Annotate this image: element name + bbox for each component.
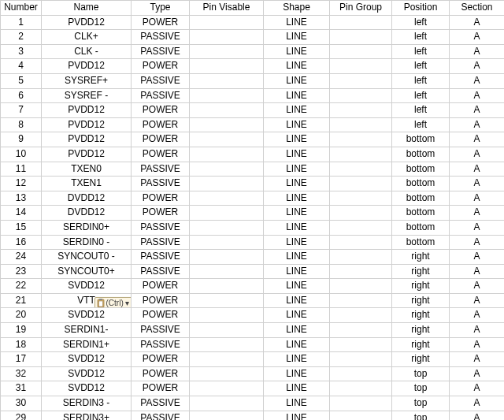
cell-pin-visible[interactable] (190, 337, 264, 352)
cell-shape[interactable]: LINE (264, 132, 330, 147)
cell-type[interactable]: PASSIVE (132, 250, 190, 265)
cell-pin-visible[interactable] (190, 73, 264, 88)
cell-number[interactable]: 1 (1, 15, 42, 30)
cell-number[interactable]: 17 (1, 352, 42, 367)
table-row[interactable]: 6SYSREF -PASSIVELINEleftA (1, 88, 505, 103)
cell-name[interactable]: PVDD12 (42, 117, 132, 132)
cell-position[interactable]: left (392, 88, 450, 103)
cell-pin-group[interactable] (330, 250, 392, 265)
cell-type[interactable]: POWER (132, 132, 190, 147)
cell-type[interactable]: PASSIVE (132, 88, 190, 103)
cell-number[interactable]: 10 (1, 147, 42, 162)
col-type[interactable]: Type (132, 1, 190, 16)
cell-pin-visible[interactable] (190, 59, 264, 74)
cell-number[interactable]: 5 (1, 73, 42, 88)
cell-section[interactable]: A (450, 411, 505, 420)
cell-type[interactable]: POWER (132, 366, 190, 381)
cell-name[interactable]: SERDIN3 - (42, 396, 132, 411)
table-row[interactable]: 12TXEN1PASSIVELINEbottomA (1, 177, 505, 191)
table-row[interactable]: 4PVDD12POWERLINEleftA (1, 59, 505, 74)
table-row[interactable]: 32SVDD12POWERLINEtopA (1, 366, 505, 381)
cell-name[interactable]: PVDD12 (42, 147, 132, 162)
cell-shape[interactable]: LINE (264, 73, 330, 88)
cell-position[interactable]: right (392, 293, 450, 308)
cell-shape[interactable]: LINE (264, 44, 330, 59)
cell-section[interactable]: A (450, 73, 505, 88)
table-row[interactable]: 18SERDIN1+PASSIVELINErightA (1, 337, 505, 352)
cell-type[interactable]: POWER (132, 293, 190, 308)
cell-number[interactable]: 16 (1, 235, 42, 250)
cell-pin-group[interactable] (330, 30, 392, 45)
table-row[interactable]: 29SERDIN3+PASSIVELINEtopA (1, 411, 505, 420)
cell-type[interactable]: POWER (132, 117, 190, 132)
cell-shape[interactable]: LINE (264, 59, 330, 74)
cell-shape[interactable]: LINE (264, 15, 330, 30)
cell-type[interactable]: PASSIVE (132, 235, 190, 250)
table-row[interactable]: 8PVDD12POWERLINEleftA (1, 117, 505, 132)
cell-pin-visible[interactable] (190, 411, 264, 420)
cell-section[interactable]: A (450, 15, 505, 30)
cell-number[interactable]: 22 (1, 279, 42, 294)
cell-position[interactable]: left (392, 30, 450, 45)
cell-position[interactable]: right (392, 264, 450, 279)
cell-pin-group[interactable] (330, 396, 392, 411)
cell-pin-group[interactable] (330, 352, 392, 367)
cell-type[interactable]: POWER (132, 147, 190, 162)
cell-section[interactable]: A (450, 44, 505, 59)
cell-pin-group[interactable] (330, 264, 392, 279)
table-row[interactable]: 9PVDD12POWERLINEbottomA (1, 132, 505, 147)
cell-position[interactable]: right (392, 352, 450, 367)
table-row[interactable]: 21VTT(Ctrl) ▾POWERLINErightA (1, 293, 505, 308)
cell-pin-group[interactable] (330, 323, 392, 338)
cell-name[interactable]: SYSREF+ (42, 73, 132, 88)
cell-pin-visible[interactable] (190, 162, 264, 177)
cell-pin-group[interactable] (330, 411, 392, 420)
cell-pin-group[interactable] (330, 59, 392, 74)
cell-shape[interactable]: LINE (264, 264, 330, 279)
cell-section[interactable]: A (450, 323, 505, 338)
cell-position[interactable]: right (392, 337, 450, 352)
cell-section[interactable]: A (450, 59, 505, 74)
cell-number[interactable]: 23 (1, 264, 42, 279)
cell-type[interactable]: POWER (132, 279, 190, 294)
cell-section[interactable]: A (450, 352, 505, 367)
cell-pin-group[interactable] (330, 88, 392, 103)
cell-pin-visible[interactable] (190, 147, 264, 162)
table-row[interactable]: 15SERDIN0+PASSIVELINEbottomA (1, 220, 505, 235)
table-row[interactable]: 19SERDIN1-PASSIVELINErightA (1, 323, 505, 338)
table-row[interactable]: 20SVDD12POWERLINErightA (1, 308, 505, 323)
cell-pin-visible[interactable] (190, 30, 264, 45)
cell-name[interactable]: DVDD12 (42, 206, 132, 221)
cell-pin-visible[interactable] (190, 177, 264, 191)
cell-section[interactable]: A (450, 147, 505, 162)
cell-section[interactable]: A (450, 293, 505, 308)
cell-name[interactable]: DVDD12 (42, 191, 132, 206)
cell-name[interactable]: SVDD12 (42, 279, 132, 294)
cell-type[interactable]: POWER (132, 206, 190, 221)
cell-name[interactable]: PVDD12 (42, 59, 132, 74)
cell-position[interactable]: bottom (392, 162, 450, 177)
cell-position[interactable]: left (392, 44, 450, 59)
col-number[interactable]: Number (1, 1, 42, 16)
cell-number[interactable]: 18 (1, 337, 42, 352)
cell-pin-group[interactable] (330, 103, 392, 118)
table-row[interactable]: 11TXEN0PASSIVELINEbottomA (1, 162, 505, 177)
cell-pin-group[interactable] (330, 381, 392, 396)
cell-pin-group[interactable] (330, 162, 392, 177)
cell-type[interactable]: POWER (132, 352, 190, 367)
cell-name[interactable]: VTT(Ctrl) ▾ (42, 293, 132, 308)
cell-section[interactable]: A (450, 88, 505, 103)
cell-section[interactable]: A (450, 117, 505, 132)
cell-shape[interactable]: LINE (264, 337, 330, 352)
cell-position[interactable]: left (392, 117, 450, 132)
cell-pin-visible[interactable] (190, 264, 264, 279)
table-row[interactable]: 16SERDIN0 -PASSIVELINEbottomA (1, 235, 505, 250)
cell-shape[interactable]: LINE (264, 293, 330, 308)
cell-pin-group[interactable] (330, 177, 392, 191)
cell-position[interactable]: left (392, 59, 450, 74)
cell-number[interactable]: 6 (1, 88, 42, 103)
cell-position[interactable]: bottom (392, 147, 450, 162)
cell-type[interactable]: POWER (132, 191, 190, 206)
cell-name[interactable]: PVDD12 (42, 15, 132, 30)
cell-number[interactable]: 21 (1, 293, 42, 308)
